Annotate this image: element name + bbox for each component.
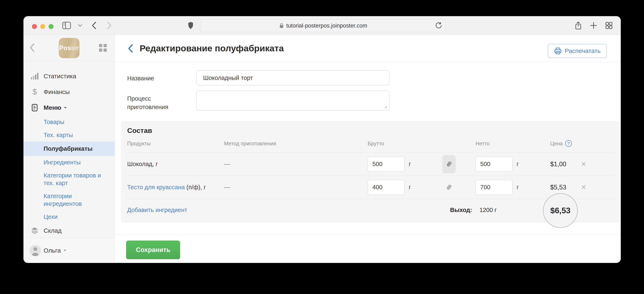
dollar-icon: $: [30, 88, 39, 97]
sidebar-collapse-icon[interactable]: [29, 43, 35, 52]
composition-table-header: Продукты Метод приготовления Брутто Нетт…: [127, 135, 613, 152]
brutto-input[interactable]: [368, 157, 404, 172]
ingredient-link[interactable]: Тесто для круассана: [127, 184, 185, 190]
divider: [115, 235, 621, 235]
ingredient-price: $1,00: [550, 160, 581, 168]
sidebar-chevron-down-icon[interactable]: [77, 21, 83, 30]
unit-label: г: [409, 161, 411, 167]
sidebar-item-products[interactable]: Товары: [24, 116, 114, 129]
print-button[interactable]: Распечатать: [548, 44, 607, 58]
add-ingredient-link[interactable]: Добавить ингредиент: [127, 207, 187, 213]
sidebar-toggle-icon[interactable]: [62, 21, 71, 30]
remove-ingredient-button[interactable]: ✕: [581, 183, 590, 191]
layers-icon: [30, 227, 39, 234]
col-price: Цена ?: [550, 140, 581, 147]
help-icon[interactable]: ?: [565, 140, 572, 147]
user-avatar-icon: [30, 245, 41, 256]
sidebar-item-menu[interactable]: Меню: [24, 100, 114, 116]
share-icon[interactable]: [574, 21, 583, 30]
ingredient-name: Шоколад, г: [127, 161, 224, 167]
save-button[interactable]: Сохранить: [126, 241, 180, 259]
output-value: 1200 г: [480, 207, 497, 213]
total-price: $6,53: [550, 206, 570, 215]
paperclip-icon: [445, 160, 453, 168]
ingredient-name: Тесто для круассана (п/ф), г: [127, 184, 224, 191]
lock-icon: [279, 23, 284, 28]
ingredient-row: Тесто для круассана (п/ф), г — г: [127, 175, 613, 199]
sidebar-item-semifinished[interactable]: Полуфабрикаты: [24, 142, 114, 156]
sidebar-item-finances[interactable]: $ Финансы: [24, 84, 114, 100]
user-menu[interactable]: Ольга: [24, 238, 114, 263]
process-label: Процесс приготовления: [127, 94, 192, 111]
attach-button[interactable]: [442, 155, 456, 173]
sidebar-item-label: Финансы: [44, 88, 70, 95]
method-value: —: [224, 184, 368, 191]
output-label: Выход:: [450, 207, 472, 213]
col-netto: Нетто: [476, 141, 550, 147]
unit-label: г: [516, 161, 519, 167]
main-content: Редактирование полуфабриката Распечатать…: [115, 35, 621, 263]
tab-overview-icon[interactable]: [604, 21, 614, 30]
bar-chart-icon: [30, 73, 39, 80]
back-button[interactable]: [90, 21, 98, 30]
ingredient-price: $5,53: [550, 184, 581, 191]
composition-footer: Добавить ингредиент Выход: 1200 г: [127, 199, 613, 221]
sidebar-item-workshops[interactable]: Цехи: [24, 210, 114, 223]
unit-label: г: [516, 184, 519, 191]
sidebar-item-product-categories[interactable]: Категории товаров и тех. карт: [24, 169, 114, 190]
forward-button[interactable]: [105, 21, 114, 30]
paperclip-icon: [445, 184, 453, 191]
apps-grid-icon[interactable]: [99, 44, 107, 52]
netto-input[interactable]: [476, 180, 512, 195]
fullscreen-window-button[interactable]: [48, 24, 54, 29]
chevron-down-icon: [64, 107, 67, 108]
address-bar[interactable]: tutorial-posterpos.joinposter.com: [201, 19, 446, 32]
app-sidebar: Poster Статистика $ Финансы: [24, 35, 115, 263]
unit-label: г: [409, 184, 411, 191]
page-title: Редактирование полуфабриката: [140, 43, 284, 53]
sidebar-item-tech-cards[interactable]: Тех. карты: [24, 129, 114, 142]
remove-ingredient-button[interactable]: ✕: [581, 160, 590, 168]
printer-icon: [554, 47, 562, 55]
browser-toolbar: tutorial-posterpos.joinposter.com: [24, 16, 621, 35]
print-button-label: Распечатать: [565, 47, 601, 54]
sidebar-item-statistics[interactable]: Статистика: [24, 68, 114, 84]
url-text: tutorial-posterpos.joinposter.com: [286, 22, 367, 29]
chevron-down-icon: [64, 250, 66, 251]
name-input[interactable]: [196, 70, 390, 85]
attach-button[interactable]: [442, 178, 456, 196]
composition-title: Состав: [127, 121, 613, 135]
sidebar-item-warehouse[interactable]: Склад: [24, 223, 114, 238]
col-products: Продукты: [127, 141, 224, 147]
ingredient-row: Шоколад, г — г г: [127, 152, 613, 175]
sidebar-item-label: Склад: [44, 227, 62, 234]
reload-icon[interactable]: [435, 21, 442, 30]
document-icon: [30, 104, 39, 111]
netto-input[interactable]: [476, 157, 512, 172]
close-window-button[interactable]: [32, 24, 37, 29]
composition-panel: Состав Продукты Метод приготовления Брут…: [121, 121, 619, 223]
method-value: —: [224, 161, 368, 167]
sidebar-item-ingredient-categories[interactable]: Категории ингредиентов: [24, 190, 114, 210]
sidebar-item-ingredients[interactable]: Ингредиенты: [24, 156, 114, 169]
name-label: Название: [127, 75, 154, 82]
user-name: Ольга: [44, 247, 61, 254]
privacy-shield-icon[interactable]: [186, 21, 195, 30]
col-method: Метод приготовления: [224, 141, 368, 147]
browser-window: tutorial-posterpos.joinposter.com Poster: [24, 16, 621, 263]
sidebar-item-label: Меню: [44, 104, 61, 111]
process-textarea[interactable]: [196, 91, 390, 111]
minimize-window-button[interactable]: [40, 24, 45, 29]
new-tab-icon[interactable]: [589, 21, 598, 30]
page-back-icon[interactable]: [128, 44, 133, 53]
col-brutto: Брутто: [368, 141, 442, 147]
poster-logo[interactable]: Poster: [59, 38, 80, 58]
total-price-highlight: $6,53: [543, 193, 578, 228]
brutto-input[interactable]: [368, 180, 404, 195]
sidebar-item-label: Статистика: [44, 73, 76, 80]
